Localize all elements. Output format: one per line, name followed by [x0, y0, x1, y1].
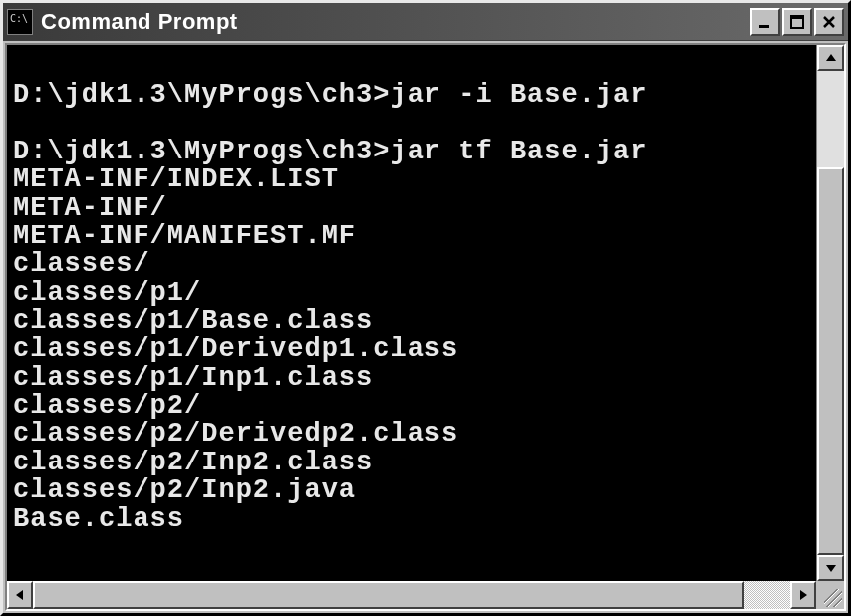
window-controls: [750, 8, 844, 36]
window-title: Command Prompt: [41, 9, 750, 35]
client-area: D:\jdk1.3\MyProgs\ch3>jar -i Base.jar D:…: [5, 43, 846, 611]
system-menu-icon[interactable]: [7, 9, 33, 35]
vertical-scroll-thumb[interactable]: [817, 167, 844, 555]
horizontal-scrollbar[interactable]: [7, 581, 844, 609]
scroll-right-button[interactable]: [790, 581, 816, 609]
scroll-left-button[interactable]: [7, 581, 33, 609]
content-row: D:\jdk1.3\MyProgs\ch3>jar -i Base.jar D:…: [7, 45, 844, 581]
resize-grip[interactable]: [816, 581, 844, 609]
maximize-button[interactable]: [782, 8, 812, 36]
vertical-scrollbar[interactable]: [816, 45, 844, 581]
close-button[interactable]: [814, 8, 844, 36]
horizontal-scroll-thumb[interactable]: [33, 581, 744, 609]
svg-rect-0: [759, 25, 769, 28]
scroll-up-button[interactable]: [817, 45, 844, 71]
console-output[interactable]: D:\jdk1.3\MyProgs\ch3>jar -i Base.jar D:…: [7, 45, 816, 581]
titlebar[interactable]: Command Prompt: [3, 3, 848, 41]
scroll-down-button[interactable]: [817, 555, 844, 581]
horizontal-scroll-track[interactable]: [33, 581, 790, 609]
svg-rect-2: [791, 16, 803, 19]
vertical-scroll-track[interactable]: [817, 71, 844, 555]
minimize-button[interactable]: [750, 8, 780, 36]
command-prompt-window: Command Prompt D:\jdk1.3\MyProgs\ch3>jar…: [0, 0, 851, 616]
